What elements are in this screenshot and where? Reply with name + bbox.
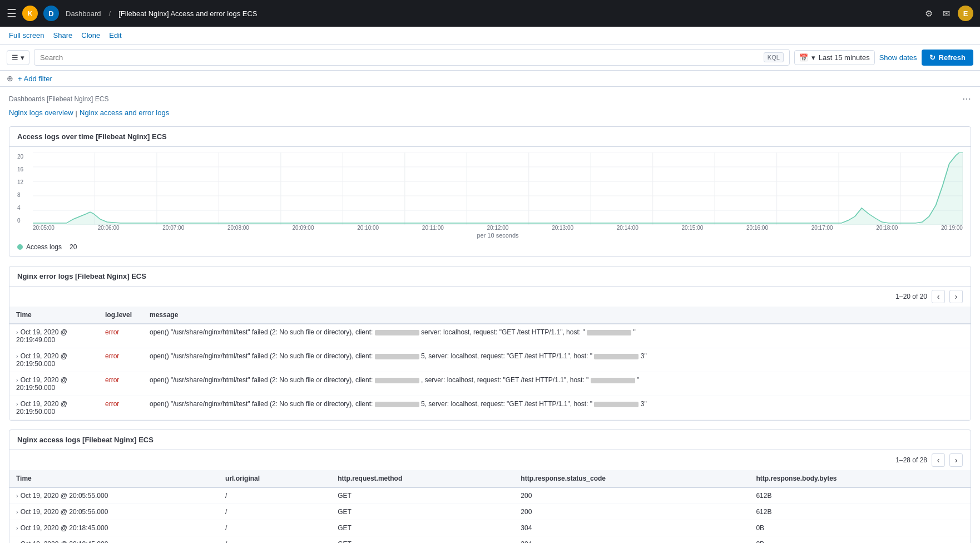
error-level-cell: error [98, 324, 143, 348]
dashboard-title-bar: Dashboards [Filebeat Nginx] ECS ⋯ [9, 93, 971, 104]
table-row[interactable]: ›Oct 19, 2020 @ 20:19:49.000 error open(… [9, 324, 971, 348]
expand-button[interactable]: › [16, 509, 21, 515]
nginx-logs-overview-link[interactable]: Nginx logs overview [9, 108, 73, 117]
access-time-cell: ›Oct 19, 2020 @ 20:05:56.000 [9, 504, 219, 520]
access-url-cell: / [219, 487, 331, 504]
access-logs-table-panel-title: Nginx access logs [Filebeat Nginx] ECS [9, 430, 971, 450]
redacted-content [375, 378, 419, 383]
legend-dot [17, 244, 23, 250]
table-row[interactable]: ›Oct 19, 2020 @ 20:18:45.000 / GET 304 0… [9, 520, 971, 536]
access-bytes-cell: 612B [749, 504, 971, 520]
filter-bar: ⊕ + Add filter [0, 71, 980, 87]
access-next-page-button[interactable]: › [949, 453, 963, 467]
access-url-cell: / [219, 520, 331, 536]
expand-button[interactable]: › [16, 525, 21, 531]
expand-button[interactable]: › [16, 329, 21, 335]
search-type-icon: ☰ [12, 53, 18, 62]
access-logs-panel-title: Access logs over time [Filebeat Nginx] E… [9, 127, 971, 147]
search-type-toggle[interactable]: ☰ ▾ [7, 50, 29, 65]
table-row[interactable]: ›Oct 19, 2020 @ 20:18:45.000 / GET 304 0… [9, 536, 971, 544]
access-time-col-header: Time [9, 470, 219, 487]
legend-label: Access logs [26, 243, 62, 251]
message-col-header: message [143, 307, 971, 324]
access-status-cell: 304 [514, 520, 749, 536]
expand-button[interactable]: › [16, 401, 21, 407]
redacted-content [375, 354, 419, 359]
redacted-content-2 [587, 330, 631, 335]
time-col-header: Time [9, 307, 98, 324]
filter-icon: ⊕ [7, 74, 13, 83]
table-row[interactable]: ›Oct 19, 2020 @ 20:05:55.000 / GET 200 6… [9, 487, 971, 504]
error-message-cell: open() "/usr/share/nginx/html/test" fail… [143, 372, 971, 396]
access-method-col-header: http.request.method [331, 470, 514, 487]
access-bytes-cell: 612B [749, 487, 971, 504]
gear-icon[interactable]: ⚙ [923, 6, 935, 21]
chart-plot-area: 20:05:00 20:06:00 20:07:00 20:08:00 20:0… [33, 152, 963, 239]
edit-link[interactable]: Edit [109, 31, 121, 40]
access-logs-table-header: 1–28 of 28 ‹ › [9, 450, 971, 470]
add-filter-button[interactable]: + Add filter [18, 75, 52, 83]
expand-button[interactable]: › [16, 541, 21, 543]
secondary-nav: Full screen Share Clone Edit [0, 27, 980, 45]
panel-options-button[interactable]: ⋯ [962, 93, 971, 104]
access-method-cell: GET [331, 487, 514, 504]
level-col-header: log.level [98, 307, 143, 324]
access-prev-page-button[interactable]: ‹ [932, 453, 945, 467]
refresh-label: Refresh [939, 53, 966, 62]
hamburger-icon[interactable]: ☰ [7, 7, 17, 20]
access-url-cell: / [219, 536, 331, 544]
chart-svg [33, 152, 963, 225]
access-time-cell: ›Oct 19, 2020 @ 20:05:55.000 [9, 487, 219, 504]
access-pagination-label: 1–28 of 28 [895, 456, 927, 464]
chart-x-axis: 20:05:00 20:06:00 20:07:00 20:08:00 20:0… [33, 225, 963, 231]
chart-y-axis: 0 4 8 12 16 20 [17, 152, 33, 225]
access-logs-table: Time url.original http.request.method ht… [9, 470, 971, 543]
access-logs-table-panel: Nginx access logs [Filebeat Nginx] ECS 1… [9, 430, 971, 543]
expand-button[interactable]: › [16, 377, 21, 383]
table-row[interactable]: ›Oct 19, 2020 @ 20:05:56.000 / GET 200 6… [9, 504, 971, 520]
prev-page-button[interactable]: ‹ [932, 290, 945, 303]
time-picker-chevron: ▾ [811, 53, 815, 62]
access-time-cell: ›Oct 19, 2020 @ 20:18:45.000 [9, 536, 219, 544]
show-dates-link[interactable]: Show dates [879, 53, 917, 62]
top-bar: ☰ K D Dashboard / [Filebeat Nginx] Acces… [0, 0, 980, 27]
user-avatar: D [43, 6, 59, 21]
error-time-cell: ›Oct 19, 2020 @ 20:19:50.000 [9, 372, 98, 396]
svg-marker-23 [33, 152, 963, 225]
share-link[interactable]: Share [53, 31, 73, 40]
mail-icon[interactable]: ✉ [941, 6, 952, 21]
time-picker[interactable]: 📅 ▾ Last 15 minutes [794, 50, 875, 65]
error-message-cell: open() "/usr/share/nginx/html/test" fail… [143, 396, 971, 420]
table-row[interactable]: ›Oct 19, 2020 @ 20:19:50.000 error open(… [9, 372, 971, 396]
error-message-cell: open() "/usr/share/nginx/html/test" fail… [143, 348, 971, 372]
fullscreen-link[interactable]: Full screen [9, 31, 44, 40]
redacted-content-2 [591, 378, 635, 383]
chart-per-label: per 10 seconds [33, 232, 963, 239]
table-row[interactable]: ›Oct 19, 2020 @ 20:19:50.000 error open(… [9, 396, 971, 420]
table-row[interactable]: ›Oct 19, 2020 @ 20:19:50.000 error open(… [9, 348, 971, 372]
search-input-wrap[interactable]: KQL [34, 49, 790, 66]
redacted-content [375, 330, 419, 335]
redacted-content [375, 402, 419, 407]
error-level-cell: error [98, 372, 143, 396]
user-menu-avatar[interactable]: E [958, 6, 973, 21]
search-type-chevron: ▾ [21, 53, 24, 62]
legend-value: 20 [70, 243, 77, 251]
access-method-cell: GET [331, 536, 514, 544]
nginx-access-error-link[interactable]: Nginx access and error logs [80, 108, 169, 117]
next-page-button[interactable]: › [949, 290, 963, 303]
chart-container: 0 4 8 12 16 20 [17, 152, 963, 239]
clone-link[interactable]: Clone [81, 31, 100, 40]
access-bytes-cell: 0B [749, 520, 971, 536]
refresh-button[interactable]: ↻ Refresh [922, 50, 973, 66]
expand-button[interactable]: › [16, 492, 21, 499]
kql-badge[interactable]: KQL [764, 52, 784, 62]
search-input[interactable] [40, 53, 764, 62]
dashboard-nav-links: Nginx logs overview | Nginx access and e… [9, 108, 971, 117]
error-time-cell: ›Oct 19, 2020 @ 20:19:50.000 [9, 396, 98, 420]
access-status-cell: 200 [514, 504, 749, 520]
access-method-cell: GET [331, 504, 514, 520]
expand-button[interactable]: › [16, 353, 21, 359]
search-bar: ☰ ▾ KQL 📅 ▾ Last 15 minutes Show dates ↻… [0, 45, 980, 71]
chart-legend: Access logs 20 [17, 243, 963, 251]
